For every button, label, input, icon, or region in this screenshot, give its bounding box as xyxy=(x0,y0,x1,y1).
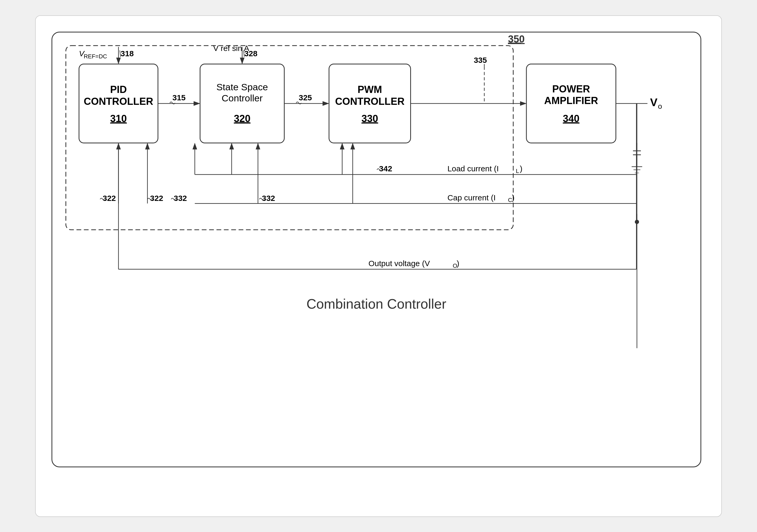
svg-text:315: 315 xyxy=(172,93,186,102)
svg-text:Output voltage (V: Output voltage (V xyxy=(369,259,430,267)
svg-text:State Space: State Space xyxy=(216,82,268,92)
svg-text:318: 318 xyxy=(121,49,134,58)
diagram-svg: 350 PID CONTROLLER 310 State Space Contr… xyxy=(52,33,701,466)
svg-text:Load current (I: Load current (I xyxy=(447,164,499,173)
svg-text:328: 328 xyxy=(244,49,257,58)
svg-text:322: 322 xyxy=(150,193,163,202)
svg-point-53 xyxy=(635,220,639,224)
svg-text:325: 325 xyxy=(299,93,312,102)
svg-text:PID: PID xyxy=(110,84,127,95)
svg-rect-13 xyxy=(329,64,411,143)
svg-text:342: 342 xyxy=(379,164,392,173)
svg-text:L: L xyxy=(516,168,519,174)
svg-rect-3 xyxy=(79,64,158,143)
svg-text:C: C xyxy=(508,196,512,203)
page: 350 PID CONTROLLER 310 State Space Contr… xyxy=(35,15,722,517)
svg-rect-0 xyxy=(66,45,513,229)
svg-rect-18 xyxy=(527,64,616,143)
svg-text:o: o xyxy=(658,102,662,110)
svg-text:320: 320 xyxy=(234,113,250,124)
svg-text:): ) xyxy=(457,259,459,267)
svg-text:V ref sin A: V ref sin A xyxy=(213,44,249,52)
svg-text:350: 350 xyxy=(508,33,525,44)
svg-text:340: 340 xyxy=(563,113,580,124)
svg-text:CONTROLLER: CONTROLLER xyxy=(84,96,153,107)
svg-line-27 xyxy=(120,50,121,57)
svg-text:): ) xyxy=(512,193,515,202)
svg-text:PWM: PWM xyxy=(358,84,382,95)
svg-text:Combination Controller: Combination Controller xyxy=(306,296,446,311)
svg-text:Controller: Controller xyxy=(222,93,263,103)
svg-text:332: 332 xyxy=(262,193,275,202)
svg-text:V: V xyxy=(79,49,85,58)
svg-text:O: O xyxy=(453,262,457,269)
svg-text:335: 335 xyxy=(474,55,487,64)
svg-text:POWER: POWER xyxy=(552,83,590,95)
svg-text:310: 310 xyxy=(110,113,127,124)
svg-text:V: V xyxy=(650,96,657,108)
combination-controller-box: 350 PID CONTROLLER 310 State Space Contr… xyxy=(51,32,701,467)
svg-text:332: 332 xyxy=(174,193,187,202)
svg-rect-8 xyxy=(200,64,284,143)
svg-line-31 xyxy=(244,50,244,57)
svg-text:Cap current (I: Cap current (I xyxy=(447,193,496,202)
svg-text:CONTROLLER: CONTROLLER xyxy=(335,96,405,107)
svg-text:AMPLIFIER: AMPLIFIER xyxy=(544,95,598,106)
svg-text:REF=DC: REF=DC xyxy=(84,53,107,59)
svg-text:322: 322 xyxy=(103,193,116,202)
svg-text:): ) xyxy=(520,164,523,173)
svg-text:330: 330 xyxy=(362,113,378,124)
